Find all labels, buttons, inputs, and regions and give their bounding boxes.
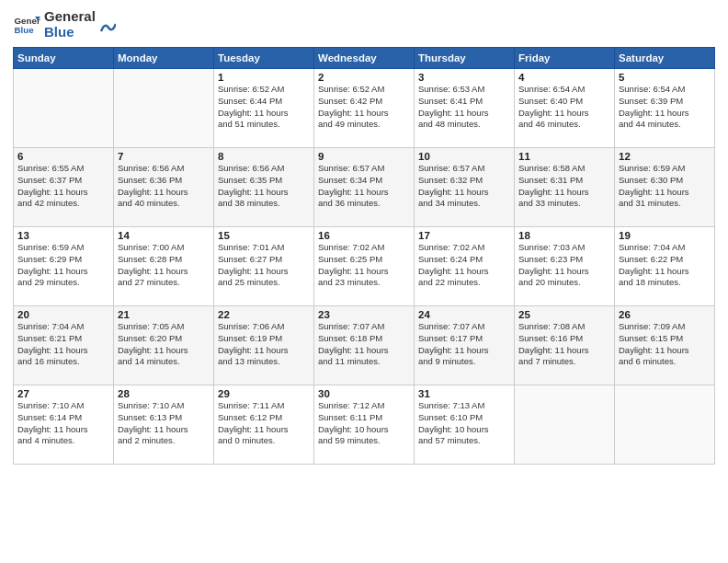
weekday-header-row: SundayMondayTuesdayWednesdayThursdayFrid…	[14, 48, 715, 69]
calendar-cell	[14, 69, 114, 148]
day-info: Sunrise: 6:58 AM Sunset: 6:31 PM Dayligh…	[518, 163, 610, 210]
calendar-cell: 29Sunrise: 7:11 AM Sunset: 6:12 PM Dayli…	[214, 385, 314, 465]
day-number: 12	[619, 151, 711, 162]
day-info: Sunrise: 6:59 AM Sunset: 6:29 PM Dayligh…	[17, 242, 109, 289]
calendar-cell: 15Sunrise: 7:01 AM Sunset: 6:27 PM Dayli…	[214, 227, 314, 306]
week-row-2: 6Sunrise: 6:55 AM Sunset: 6:37 PM Daylig…	[14, 148, 715, 227]
day-info: Sunrise: 7:00 AM Sunset: 6:28 PM Dayligh…	[118, 242, 210, 289]
day-number: 9	[318, 151, 410, 162]
calendar-cell: 16Sunrise: 7:02 AM Sunset: 6:25 PM Dayli…	[314, 227, 415, 306]
day-number: 17	[418, 230, 510, 241]
day-number: 7	[118, 151, 210, 162]
day-info: Sunrise: 7:08 AM Sunset: 6:16 PM Dayligh…	[518, 321, 610, 368]
day-number: 25	[518, 309, 610, 320]
week-row-3: 13Sunrise: 6:59 AM Sunset: 6:29 PM Dayli…	[14, 227, 715, 306]
day-info: Sunrise: 6:52 AM Sunset: 6:42 PM Dayligh…	[318, 84, 410, 131]
calendar-cell: 28Sunrise: 7:10 AM Sunset: 6:13 PM Dayli…	[114, 385, 214, 465]
day-number: 15	[218, 230, 310, 241]
day-info: Sunrise: 6:57 AM Sunset: 6:34 PM Dayligh…	[318, 163, 410, 210]
calendar-cell: 31Sunrise: 7:13 AM Sunset: 6:10 PM Dayli…	[415, 385, 515, 465]
day-info: Sunrise: 7:11 AM Sunset: 6:12 PM Dayligh…	[218, 400, 310, 447]
day-info: Sunrise: 7:04 AM Sunset: 6:21 PM Dayligh…	[17, 321, 109, 368]
day-info: Sunrise: 6:59 AM Sunset: 6:30 PM Dayligh…	[619, 163, 711, 210]
day-info: Sunrise: 7:10 AM Sunset: 6:14 PM Dayligh…	[17, 400, 109, 447]
calendar-cell: 22Sunrise: 7:06 AM Sunset: 6:19 PM Dayli…	[214, 306, 314, 385]
logo: General Blue General Blue	[13, 9, 116, 40]
header: General Blue General Blue	[13, 9, 715, 40]
day-info: Sunrise: 7:09 AM Sunset: 6:15 PM Dayligh…	[619, 321, 711, 368]
weekday-header-thursday: Thursday	[415, 48, 515, 69]
weekday-header-friday: Friday	[515, 48, 615, 69]
calendar-table: SundayMondayTuesdayWednesdayThursdayFrid…	[13, 47, 715, 465]
day-info: Sunrise: 7:07 AM Sunset: 6:18 PM Dayligh…	[318, 321, 410, 368]
calendar-cell: 25Sunrise: 7:08 AM Sunset: 6:16 PM Dayli…	[515, 306, 615, 385]
calendar-cell: 13Sunrise: 6:59 AM Sunset: 6:29 PM Dayli…	[14, 227, 114, 306]
day-number: 8	[218, 151, 310, 162]
day-number: 26	[619, 309, 711, 320]
day-info: Sunrise: 7:03 AM Sunset: 6:23 PM Dayligh…	[518, 242, 610, 289]
day-number: 22	[218, 309, 310, 320]
day-number: 10	[418, 151, 510, 162]
weekday-header-tuesday: Tuesday	[214, 48, 314, 69]
weekday-header-wednesday: Wednesday	[314, 48, 415, 69]
day-number: 16	[318, 230, 410, 241]
day-info: Sunrise: 7:01 AM Sunset: 6:27 PM Dayligh…	[218, 242, 310, 289]
calendar-cell	[615, 385, 715, 465]
day-number: 18	[518, 230, 610, 241]
calendar-cell: 7Sunrise: 6:56 AM Sunset: 6:36 PM Daylig…	[114, 148, 214, 227]
weekday-header-monday: Monday	[114, 48, 214, 69]
day-number: 21	[118, 309, 210, 320]
day-number: 14	[118, 230, 210, 241]
day-number: 5	[619, 72, 711, 83]
day-info: Sunrise: 7:02 AM Sunset: 6:24 PM Dayligh…	[418, 242, 510, 289]
week-row-4: 20Sunrise: 7:04 AM Sunset: 6:21 PM Dayli…	[14, 306, 715, 385]
calendar-cell: 20Sunrise: 7:04 AM Sunset: 6:21 PM Dayli…	[14, 306, 114, 385]
day-info: Sunrise: 6:54 AM Sunset: 6:39 PM Dayligh…	[619, 84, 711, 131]
calendar-cell: 18Sunrise: 7:03 AM Sunset: 6:23 PM Dayli…	[515, 227, 615, 306]
calendar-cell	[515, 385, 615, 465]
day-info: Sunrise: 6:56 AM Sunset: 6:35 PM Dayligh…	[218, 163, 310, 210]
day-number: 30	[318, 388, 410, 399]
day-number: 31	[418, 388, 510, 399]
calendar-cell: 27Sunrise: 7:10 AM Sunset: 6:14 PM Dayli…	[14, 385, 114, 465]
calendar-cell: 24Sunrise: 7:07 AM Sunset: 6:17 PM Dayli…	[415, 306, 515, 385]
day-info: Sunrise: 6:57 AM Sunset: 6:32 PM Dayligh…	[418, 163, 510, 210]
calendar-cell: 3Sunrise: 6:53 AM Sunset: 6:41 PM Daylig…	[415, 69, 515, 148]
calendar-cell: 8Sunrise: 6:56 AM Sunset: 6:35 PM Daylig…	[214, 148, 314, 227]
day-number: 27	[17, 388, 109, 399]
calendar-cell: 19Sunrise: 7:04 AM Sunset: 6:22 PM Dayli…	[615, 227, 715, 306]
logo-general: General	[44, 9, 96, 25]
calendar-cell: 10Sunrise: 6:57 AM Sunset: 6:32 PM Dayli…	[415, 148, 515, 227]
day-number: 23	[318, 309, 410, 320]
logo-blue: Blue	[44, 25, 96, 40]
day-number: 24	[418, 309, 510, 320]
calendar-cell: 4Sunrise: 6:54 AM Sunset: 6:40 PM Daylig…	[515, 69, 615, 148]
week-row-5: 27Sunrise: 7:10 AM Sunset: 6:14 PM Dayli…	[14, 385, 715, 465]
day-info: Sunrise: 7:13 AM Sunset: 6:10 PM Dayligh…	[418, 400, 510, 447]
day-info: Sunrise: 6:55 AM Sunset: 6:37 PM Dayligh…	[17, 163, 109, 210]
day-number: 20	[17, 309, 109, 320]
calendar-cell: 2Sunrise: 6:52 AM Sunset: 6:42 PM Daylig…	[314, 69, 415, 148]
calendar-cell: 26Sunrise: 7:09 AM Sunset: 6:15 PM Dayli…	[615, 306, 715, 385]
day-number: 11	[518, 151, 610, 162]
day-number: 6	[17, 151, 109, 162]
day-info: Sunrise: 7:06 AM Sunset: 6:19 PM Dayligh…	[218, 321, 310, 368]
day-number: 2	[318, 72, 410, 83]
day-number: 4	[518, 72, 610, 83]
calendar-cell: 11Sunrise: 6:58 AM Sunset: 6:31 PM Dayli…	[515, 148, 615, 227]
day-number: 1	[218, 72, 310, 83]
calendar-cell: 30Sunrise: 7:12 AM Sunset: 6:11 PM Dayli…	[314, 385, 415, 465]
weekday-header-sunday: Sunday	[14, 48, 114, 69]
day-info: Sunrise: 7:07 AM Sunset: 6:17 PM Dayligh…	[418, 321, 510, 368]
calendar-cell: 14Sunrise: 7:00 AM Sunset: 6:28 PM Dayli…	[114, 227, 214, 306]
day-info: Sunrise: 6:52 AM Sunset: 6:44 PM Dayligh…	[218, 84, 310, 131]
day-number: 29	[218, 388, 310, 399]
svg-text:Blue: Blue	[15, 25, 35, 35]
logo-icon: General Blue	[13, 11, 40, 39]
week-row-1: 1Sunrise: 6:52 AM Sunset: 6:44 PM Daylig…	[14, 69, 715, 148]
logo-wave-icon	[99, 15, 116, 35]
day-number: 28	[118, 388, 210, 399]
calendar-cell: 9Sunrise: 6:57 AM Sunset: 6:34 PM Daylig…	[314, 148, 415, 227]
calendar-cell: 17Sunrise: 7:02 AM Sunset: 6:24 PM Dayli…	[415, 227, 515, 306]
calendar-cell: 6Sunrise: 6:55 AM Sunset: 6:37 PM Daylig…	[14, 148, 114, 227]
